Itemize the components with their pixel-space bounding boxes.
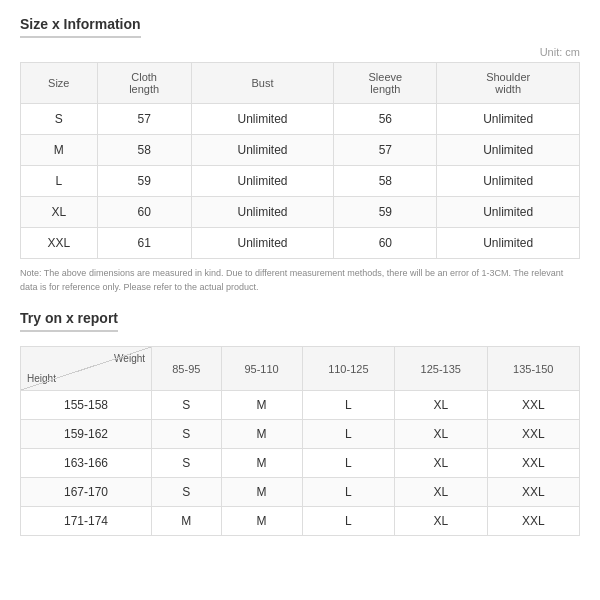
table-cell: Unlimited xyxy=(437,197,580,228)
table-cell: Unlimited xyxy=(437,166,580,197)
table-cell: XL xyxy=(21,197,98,228)
table-cell: 57 xyxy=(334,135,437,166)
col-cloth-length: Clothlength xyxy=(97,63,191,104)
table-cell: Unlimited xyxy=(437,228,580,259)
table-cell: 58 xyxy=(334,166,437,197)
table-row: L59Unlimited58Unlimited xyxy=(21,166,580,197)
table-cell: Unlimited xyxy=(191,166,334,197)
size-cell: XL xyxy=(395,478,487,507)
size-cell: L xyxy=(302,391,394,420)
table-cell: 60 xyxy=(334,228,437,259)
col-size: Size xyxy=(21,63,98,104)
size-cell: M xyxy=(221,507,302,536)
size-info-section: Size x Information xyxy=(20,16,580,44)
size-cell: XXL xyxy=(487,391,580,420)
table-cell: XXL xyxy=(21,228,98,259)
size-note: Note: The above dimensions are measured … xyxy=(20,267,580,294)
size-cell: XXL xyxy=(487,420,580,449)
table-cell: 56 xyxy=(334,104,437,135)
size-table-header-row: Size Clothlength Bust Sleevelength Shoul… xyxy=(21,63,580,104)
size-cell: XL xyxy=(395,507,487,536)
table-cell: Unlimited xyxy=(191,228,334,259)
size-cell: XL xyxy=(395,449,487,478)
try-on-table: Weight Height 85-95 95-110 110-125 125-1… xyxy=(20,346,580,536)
size-table: Size Clothlength Bust Sleevelength Shoul… xyxy=(20,62,580,259)
table-cell: Unlimited xyxy=(191,197,334,228)
unit-label: Unit: cm xyxy=(20,46,580,58)
col-shoulder-width: Shoulderwidth xyxy=(437,63,580,104)
main-container: Size x Information Unit: cm Size Clothle… xyxy=(0,0,600,558)
weight-col-4: 125-135 xyxy=(395,347,487,391)
table-cell: 58 xyxy=(97,135,191,166)
size-cell: M xyxy=(221,391,302,420)
table-cell: Unlimited xyxy=(437,135,580,166)
size-cell: XL xyxy=(395,391,487,420)
size-cell: M xyxy=(221,420,302,449)
table-cell: 59 xyxy=(97,166,191,197)
size-cell: S xyxy=(152,478,222,507)
height-label: Height xyxy=(27,373,56,384)
size-cell: M xyxy=(221,478,302,507)
table-cell: Unlimited xyxy=(191,135,334,166)
height-cell: 171-174 xyxy=(21,507,152,536)
size-cell: XL xyxy=(395,420,487,449)
height-cell: 155-158 xyxy=(21,391,152,420)
try-on-section: Try on x report xyxy=(20,310,580,338)
weight-col-3: 110-125 xyxy=(302,347,394,391)
size-cell: L xyxy=(302,478,394,507)
weight-label: Weight xyxy=(114,353,145,364)
col-bust: Bust xyxy=(191,63,334,104)
size-cell: L xyxy=(302,420,394,449)
table-row: M58Unlimited57Unlimited xyxy=(21,135,580,166)
size-cell: XXL xyxy=(487,507,580,536)
table-cell: S xyxy=(21,104,98,135)
table-row: 163-166SMLXLXXL xyxy=(21,449,580,478)
size-cell: XXL xyxy=(487,478,580,507)
table-cell: 61 xyxy=(97,228,191,259)
weight-col-1: 85-95 xyxy=(152,347,222,391)
size-cell: L xyxy=(302,507,394,536)
try-on-header-row: Weight Height 85-95 95-110 110-125 125-1… xyxy=(21,347,580,391)
size-cell: S xyxy=(152,420,222,449)
table-cell: 60 xyxy=(97,197,191,228)
size-cell: S xyxy=(152,449,222,478)
weight-col-2: 95-110 xyxy=(221,347,302,391)
table-row: 167-170SMLXLXXL xyxy=(21,478,580,507)
table-cell: 57 xyxy=(97,104,191,135)
size-cell: M xyxy=(152,507,222,536)
try-on-title: Try on x report xyxy=(20,310,118,332)
table-row: XL60Unlimited59Unlimited xyxy=(21,197,580,228)
table-cell: M xyxy=(21,135,98,166)
size-cell: L xyxy=(302,449,394,478)
table-row: S57Unlimited56Unlimited xyxy=(21,104,580,135)
height-cell: 159-162 xyxy=(21,420,152,449)
height-cell: 163-166 xyxy=(21,449,152,478)
size-cell: M xyxy=(221,449,302,478)
table-cell: L xyxy=(21,166,98,197)
table-cell: 59 xyxy=(334,197,437,228)
table-row: 171-174MMLXLXXL xyxy=(21,507,580,536)
weight-col-5: 135-150 xyxy=(487,347,580,391)
height-cell: 167-170 xyxy=(21,478,152,507)
table-row: 159-162SMLXLXXL xyxy=(21,420,580,449)
corner-header: Weight Height xyxy=(21,347,152,391)
size-cell: XXL xyxy=(487,449,580,478)
table-row: 155-158SMLXLXXL xyxy=(21,391,580,420)
size-cell: S xyxy=(152,391,222,420)
size-info-title: Size x Information xyxy=(20,16,141,38)
col-sleeve-length: Sleevelength xyxy=(334,63,437,104)
table-row: XXL61Unlimited60Unlimited xyxy=(21,228,580,259)
table-cell: Unlimited xyxy=(191,104,334,135)
table-cell: Unlimited xyxy=(437,104,580,135)
